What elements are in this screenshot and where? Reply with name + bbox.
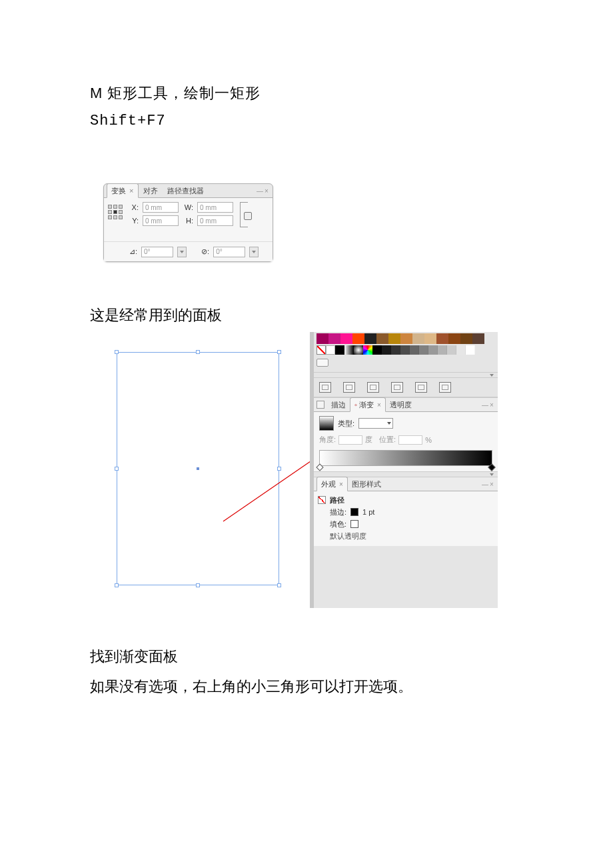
gradient-thumbnail[interactable] <box>319 416 334 431</box>
panel-close-icon[interactable]: × <box>488 401 495 409</box>
swatch[interactable] <box>412 333 424 344</box>
swatches-panel-icon[interactable] <box>367 382 379 393</box>
swatch[interactable] <box>447 345 456 355</box>
panel-minimize-icon[interactable]: — <box>482 401 488 409</box>
swatch[interactable] <box>456 345 466 355</box>
tab-graphic-styles[interactable]: 图形样式 <box>348 477 385 491</box>
rotate-dropdown-icon[interactable] <box>177 247 187 257</box>
gradient-panel: 描边 ◦ 渐变 × 透明度 — × 类型: <box>314 397 498 471</box>
right-panel-column: 描边 ◦ 渐变 × 透明度 — × 类型: <box>310 332 498 608</box>
panel-close-icon[interactable]: × <box>263 187 270 195</box>
gradient-location-input[interactable] <box>398 435 422 445</box>
y-input[interactable]: 0 mm <box>143 215 179 226</box>
tab-transform[interactable]: 变换 × <box>107 183 139 198</box>
swatch[interactable] <box>328 333 340 344</box>
swatches-panel <box>314 332 498 372</box>
gradient-stop[interactable] <box>488 463 495 471</box>
swatch[interactable] <box>460 333 472 344</box>
folder-icon[interactable] <box>316 359 328 367</box>
swatch[interactable] <box>372 345 382 355</box>
appearance-panel: 外观 × 图形样式 — × 路径 描边: 1 pt 填 <box>314 477 498 546</box>
panel-grip-icon[interactable] <box>316 401 324 409</box>
panel-close-icon[interactable]: × <box>488 481 495 488</box>
rotate-input[interactable]: 0° <box>141 247 173 257</box>
gradient-slider[interactable] <box>319 450 492 466</box>
swatch[interactable] <box>472 333 484 344</box>
y-label: Y: <box>128 217 139 225</box>
panel-options-icon[interactable] <box>314 471 498 477</box>
tab-appearance[interactable]: 外观 × <box>316 477 348 491</box>
swatch-spectrum-icon[interactable] <box>363 345 372 355</box>
tab-transparency[interactable]: 透明度 <box>386 398 416 411</box>
stroke-value: 1 pt <box>362 508 374 516</box>
swatch[interactable] <box>388 333 400 344</box>
swatch[interactable] <box>316 333 328 344</box>
swatch[interactable] <box>448 333 460 344</box>
w-input[interactable]: 0 mm <box>197 202 233 213</box>
selection-handle[interactable] <box>277 583 281 587</box>
brushes-panel-icon[interactable] <box>319 382 331 393</box>
swatch[interactable] <box>466 345 475 355</box>
swatch[interactable] <box>364 333 376 344</box>
swatch[interactable] <box>376 333 388 344</box>
swatch[interactable] <box>410 345 419 355</box>
new-doc-panel-icon[interactable] <box>391 382 403 393</box>
swatch-gradient-radial-icon[interactable] <box>354 345 363 355</box>
selection-handle[interactable] <box>115 583 119 587</box>
panel-options-icon[interactable] <box>314 372 498 377</box>
panel-minimize-icon[interactable]: — <box>482 481 488 488</box>
tab-close-icon[interactable]: × <box>339 481 343 488</box>
gradient-angle-label: 角度: <box>319 435 336 445</box>
shear-dropdown-icon[interactable] <box>249 247 259 257</box>
tab-close-icon[interactable]: × <box>377 401 381 409</box>
swatch[interactable] <box>382 345 391 355</box>
symbols-panel-icon[interactable] <box>343 382 355 393</box>
h-input[interactable]: 0 mm <box>197 215 233 226</box>
trash-panel-icon[interactable] <box>439 382 451 393</box>
swatch-gradient-linear-icon[interactable] <box>344 345 354 355</box>
swatch[interactable] <box>438 345 447 355</box>
transform-panel: 变换 × 对齐 路径查找器 — × X: 0 mm W: 0 mm Y: 0 m… <box>103 183 273 262</box>
stroke-swatch-icon[interactable] <box>350 508 358 516</box>
tab-close-icon[interactable]: × <box>129 187 133 195</box>
fill-label: 填色: <box>330 519 346 529</box>
gradient-type-select[interactable] <box>358 418 393 429</box>
selection-handle[interactable] <box>115 467 119 471</box>
rotate-label: ⊿: <box>129 247 137 256</box>
swatch-none-icon[interactable] <box>316 345 326 355</box>
swatch[interactable] <box>391 345 400 355</box>
gradient-stop[interactable] <box>316 463 323 471</box>
swatch[interactable] <box>352 333 364 344</box>
swatch[interactable] <box>428 345 438 355</box>
swatch[interactable] <box>340 333 352 344</box>
gradient-pct-label: % <box>425 436 432 444</box>
reference-point-widget[interactable] <box>108 205 124 221</box>
shear-input[interactable]: 0° <box>213 247 245 257</box>
gradient-angle-input[interactable] <box>338 435 362 445</box>
x-input[interactable]: 0 mm <box>143 202 179 213</box>
selection-handle[interactable] <box>115 350 119 354</box>
fill-swatch-icon[interactable] <box>350 520 358 528</box>
swatch[interactable] <box>335 345 344 355</box>
swatch[interactable] <box>400 345 410 355</box>
panel-minimize-icon[interactable]: — <box>257 187 263 195</box>
tab-stroke[interactable]: 描边 <box>327 398 350 411</box>
swatch[interactable] <box>400 333 412 344</box>
doc-line-1: M 矩形工具，绘制一矩形 <box>90 83 530 103</box>
selection-handle[interactable] <box>196 350 200 354</box>
selection-handle[interactable] <box>196 583 200 587</box>
layers-panel-icon[interactable] <box>415 382 427 393</box>
illustration-area: 描边 ◦ 渐变 × 透明度 — × 类型: <box>103 332 498 608</box>
swatch[interactable] <box>436 333 448 344</box>
doc-line-2: Shift+F7 <box>90 113 530 129</box>
selection-handle[interactable] <box>277 350 281 354</box>
swatch[interactable] <box>424 333 436 344</box>
shear-label: ⊘: <box>201 247 209 256</box>
tab-align[interactable]: 对齐 <box>139 183 163 198</box>
swatch[interactable] <box>326 345 335 355</box>
tab-pathfinder[interactable]: 路径查找器 <box>163 183 209 198</box>
swatch[interactable] <box>419 345 428 355</box>
h-label: H: <box>183 217 193 225</box>
tab-gradient[interactable]: ◦ 渐变 × <box>350 397 386 412</box>
constrain-proportions-icon[interactable] <box>240 202 248 227</box>
